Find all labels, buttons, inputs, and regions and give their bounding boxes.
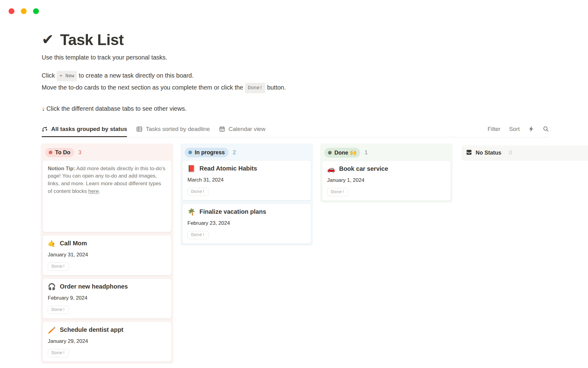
page-subtitle: Use this template to track your personal…	[42, 54, 588, 61]
board-column-nostatus: No Status0	[460, 144, 588, 163]
minimize-window-button[interactable]	[21, 8, 27, 14]
headphones-emoji: 🎧	[48, 283, 56, 290]
done-button[interactable]: Done!	[187, 188, 209, 196]
done-button[interactable]: Done!	[187, 231, 209, 239]
instruction-text: button.	[267, 84, 286, 91]
page-header: ✔ Task List	[42, 31, 588, 49]
task-card[interactable]: 🌴Finalize vacation plansFebruary 23, 202…	[182, 204, 311, 244]
board-column-done: Done 🙌1🚗Book car serviceJanuary 1, 2024D…	[320, 144, 453, 203]
card-title-row: 🪥Schedule dentist appt	[48, 326, 166, 333]
close-window-button[interactable]	[9, 8, 14, 14]
views-hint: ↓ Click the different database tabs to s…	[42, 105, 588, 112]
task-card[interactable]: 🪥Schedule dentist apptJanuary 29, 2024Do…	[43, 322, 172, 362]
instruction-line-1: Click+ Newto create a new task directly …	[42, 71, 588, 82]
kanban-board: To Do3Notion Tip: Add more details direc…	[41, 144, 588, 364]
palm-tree-emoji: 🌴	[187, 209, 195, 215]
column-header-nostatus[interactable]: No Status0	[462, 145, 588, 161]
card-due-date: January 31, 2024	[48, 252, 166, 258]
call-me-hand-emoji: 🤙	[48, 240, 56, 247]
column-header-inprogress: In progress2	[182, 145, 311, 160]
filter-button[interactable]: Filter	[488, 126, 500, 132]
tab-label: Tasks sorted by deadline	[146, 126, 210, 132]
task-card[interactable]: 📕Read Atomic HabitsMarch 31, 2024Done!	[182, 160, 311, 201]
done-button[interactable]: Done!	[327, 188, 348, 196]
tip-here-link[interactable]: here	[88, 188, 99, 194]
board-toolbar: Filter Sort	[488, 126, 549, 137]
status-pill-done[interactable]: Done 🙌	[324, 148, 360, 158]
instruction-text: Move the to-do cards to the next section…	[42, 84, 243, 91]
done-button[interactable]: Done!	[48, 263, 69, 271]
new-button-chip: + New	[57, 71, 77, 81]
card-title-row: 🤙Call Mom	[48, 240, 166, 247]
done-chip: Done!	[245, 83, 265, 93]
toothbrush-emoji: 🪥	[48, 327, 56, 333]
tab-label: Calendar view	[228, 126, 265, 132]
column-count: 0	[509, 150, 512, 156]
column-header-todo: To Do3	[43, 145, 172, 160]
card-title: Schedule dentist appt	[60, 326, 123, 333]
tip-bold-label: Notion Tip:	[48, 166, 75, 171]
tab-tasks-sorted-by-deadline[interactable]: Tasks sorted by deadline	[136, 126, 210, 137]
column-title: In progress	[195, 149, 225, 156]
page-title: Task List	[60, 31, 124, 49]
column-cards: Notion Tip: Add more details directly in…	[43, 160, 172, 362]
column-title: No Status	[476, 150, 501, 156]
table-icon	[136, 126, 142, 132]
view-tab-bar: All tasks grouped by status Tasks sorted…	[42, 126, 549, 137]
tab-calendar-view[interactable]: Calendar view	[219, 126, 265, 137]
tab-label: All tasks grouped by status	[51, 126, 127, 132]
checkmark-icon: ✔	[42, 32, 54, 47]
card-due-date: February 9, 2024	[48, 295, 166, 301]
board-column-todo: To Do3Notion Tip: Add more details direc…	[41, 144, 173, 364]
card-title-row: 🎧Order new headphones	[48, 283, 166, 290]
task-card[interactable]: 🚗Book car serviceJanuary 1, 2024Done!	[322, 161, 451, 201]
zoom-window-button[interactable]	[33, 8, 39, 14]
column-title: To Do	[55, 149, 70, 156]
task-list-page: ✔ Task List Use this template to track y…	[0, 0, 588, 364]
card-title-row: 🌴Finalize vacation plans	[187, 208, 306, 215]
window-controls	[9, 8, 39, 14]
view-tabs: All tasks grouped by status Tasks sorted…	[42, 126, 266, 137]
done-button[interactable]: Done!	[48, 349, 69, 357]
card-title-row: 📕Read Atomic Habits	[187, 165, 306, 172]
task-card[interactable]: 🤙Call MomJanuary 31, 2024Done!	[43, 235, 172, 275]
card-title: Order new headphones	[60, 283, 128, 290]
notion-tip-card: Notion Tip: Add more details directly in…	[43, 160, 172, 232]
done-button[interactable]: Done!	[48, 306, 69, 314]
card-title-row: 🚗Book car service	[327, 165, 446, 172]
calendar-icon	[219, 126, 225, 132]
card-due-date: January 29, 2024	[48, 338, 166, 344]
status-pill-inprogress[interactable]: In progress	[185, 148, 228, 157]
car-emoji: 🚗	[327, 166, 335, 172]
card-due-date: March 31, 2024	[187, 177, 306, 183]
instruction-text: Click	[42, 72, 55, 79]
inbox-icon	[466, 149, 472, 157]
board-column-inprogress: In progress2📕Read Atomic HabitsMarch 31,…	[180, 144, 313, 246]
task-card[interactable]: 🎧Order new headphonesFebruary 9, 2024Don…	[43, 278, 172, 319]
tab-all-tasks-grouped-by-status[interactable]: All tasks grouped by status	[42, 126, 127, 137]
card-title: Call Mom	[60, 240, 87, 247]
status-pill-todo[interactable]: To Do	[45, 148, 74, 157]
tip-text: .	[99, 188, 100, 194]
sort-button[interactable]: Sort	[509, 126, 520, 132]
red-book-emoji: 📕	[187, 165, 195, 172]
lightning-icon[interactable]	[528, 126, 534, 132]
column-header-done: Done 🙌1	[322, 145, 451, 161]
instruction-text: to create a new task directly on this bo…	[79, 72, 194, 79]
search-icon[interactable]	[543, 126, 549, 132]
status-icon	[42, 126, 48, 132]
column-cards: 🚗Book car serviceJanuary 1, 2024Done!	[322, 161, 451, 201]
status-dot	[188, 151, 192, 154]
tab-divider	[42, 137, 549, 137]
column-cards: 📕Read Atomic HabitsMarch 31, 2024Done!🌴F…	[182, 160, 311, 244]
card-due-date: January 1, 2024	[327, 177, 446, 183]
column-count: 2	[233, 149, 236, 156]
instruction-line-2: Move the to-do cards to the next section…	[42, 83, 588, 94]
card-due-date: February 23, 2024	[187, 220, 306, 226]
card-title: Book car service	[339, 165, 388, 172]
column-count: 3	[78, 149, 81, 156]
column-count: 1	[364, 149, 368, 156]
status-dot	[49, 151, 52, 154]
column-title: Done 🙌	[334, 149, 356, 156]
card-title: Finalize vacation plans	[199, 208, 266, 215]
